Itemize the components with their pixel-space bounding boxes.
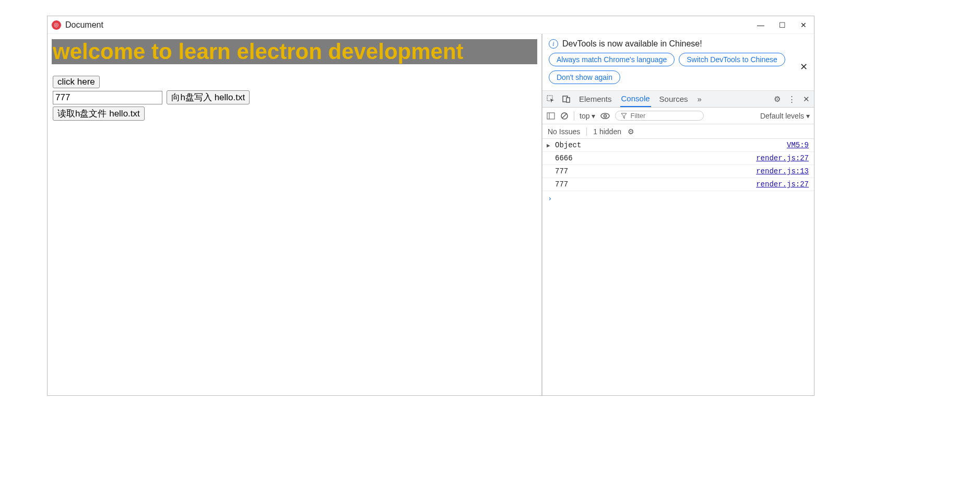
svg-point-8 (604, 114, 607, 117)
tab-sources[interactable]: Sources (658, 91, 689, 107)
console-log-row: 777render.js:13 (542, 165, 814, 178)
svg-line-6 (562, 114, 566, 118)
window-title: Document (65, 20, 103, 30)
console-log-row: ▶ObjectVM5:9 (542, 139, 814, 152)
filter-icon (621, 113, 627, 119)
console-toolbar: top▾ Default levels▾ (542, 108, 814, 124)
log-message: 777 (555, 167, 756, 175)
expand-arrow-icon[interactable]: ▶ (547, 142, 550, 149)
device-toggle-icon[interactable] (562, 95, 571, 103)
banner-match-language-button[interactable]: Always match Chrome's language (549, 53, 675, 66)
titlebar: ◎ Document — ☐ ✕ (48, 16, 814, 34)
app-window: ◎ Document — ☐ ✕ welcome to learn electr… (47, 16, 814, 396)
hidden-count: 1 hidden (593, 127, 621, 136)
console-sidebar-toggle-icon[interactable] (547, 112, 555, 120)
devtools-panel: i DevTools is now available in Chinese! … (542, 34, 814, 395)
issues-bar: No Issues 1 hidden ⚙ (542, 124, 814, 139)
banner-close-icon[interactable]: ✕ (800, 61, 808, 84)
settings-icon[interactable]: ⚙ (774, 95, 781, 104)
read-file-button[interactable]: 读取h盘文件 hello.txt (53, 107, 145, 121)
svg-rect-2 (566, 98, 570, 102)
devtools-language-banner: i DevTools is now available in Chinese! … (542, 34, 814, 91)
svg-rect-3 (547, 113, 554, 119)
tabs-overflow[interactable]: » (696, 91, 703, 107)
info-icon: i (549, 39, 558, 49)
write-file-button[interactable]: 向h盘写入 hello.txt (167, 90, 250, 104)
log-message: Object (555, 141, 787, 149)
log-source-link[interactable]: render.js:13 (756, 167, 809, 175)
svg-point-7 (601, 113, 609, 119)
clear-console-icon[interactable] (560, 112, 569, 120)
no-issues-label: No Issues (548, 127, 580, 136)
log-message: 777 (555, 180, 756, 189)
app-content: welcome to learn electron development cl… (48, 34, 542, 395)
banner-message: DevTools is now available in Chinese! (562, 39, 702, 49)
log-source-link[interactable]: render.js:27 (756, 180, 809, 189)
tab-console[interactable]: Console (620, 91, 651, 107)
console-log-row: 777render.js:27 (542, 178, 814, 191)
kebab-menu-icon[interactable]: ⋮ (788, 95, 796, 104)
devtools-close-icon[interactable]: ✕ (803, 95, 810, 104)
text-input[interactable] (53, 91, 162, 104)
banner-dont-show-button[interactable]: Don't show again (549, 70, 620, 84)
devtools-tabs: Elements Console Sources » ⚙ ⋮ ✕ (542, 91, 814, 108)
log-message: 6666 (555, 154, 756, 162)
window-controls: — ☐ ✕ (757, 21, 810, 29)
console-output: ▶ObjectVM5:96666render.js:27777render.js… (542, 139, 814, 395)
page-heading: welcome to learn electron development (52, 39, 537, 64)
filter-box[interactable] (615, 111, 704, 121)
inspect-icon[interactable] (547, 95, 555, 103)
log-source-link[interactable]: render.js:27 (756, 154, 809, 162)
console-log-row: 6666render.js:27 (542, 152, 814, 165)
app-icon: ◎ (52, 20, 61, 30)
context-selector[interactable]: top▾ (580, 112, 595, 120)
issues-settings-icon[interactable]: ⚙ (628, 127, 634, 136)
tab-elements[interactable]: Elements (578, 91, 613, 107)
filter-input[interactable] (630, 112, 688, 120)
minimize-button[interactable]: — (757, 21, 764, 29)
click-here-button[interactable]: click here (53, 76, 100, 88)
close-button[interactable]: ✕ (800, 21, 807, 29)
banner-switch-language-button[interactable]: Switch DevTools to Chinese (679, 53, 785, 66)
console-prompt[interactable]: › (542, 191, 814, 206)
maximize-button[interactable]: ☐ (779, 21, 786, 29)
log-levels-selector[interactable]: Default levels▾ (760, 112, 810, 120)
log-source-link[interactable]: VM5:9 (787, 141, 809, 149)
live-expression-icon[interactable] (600, 112, 610, 120)
